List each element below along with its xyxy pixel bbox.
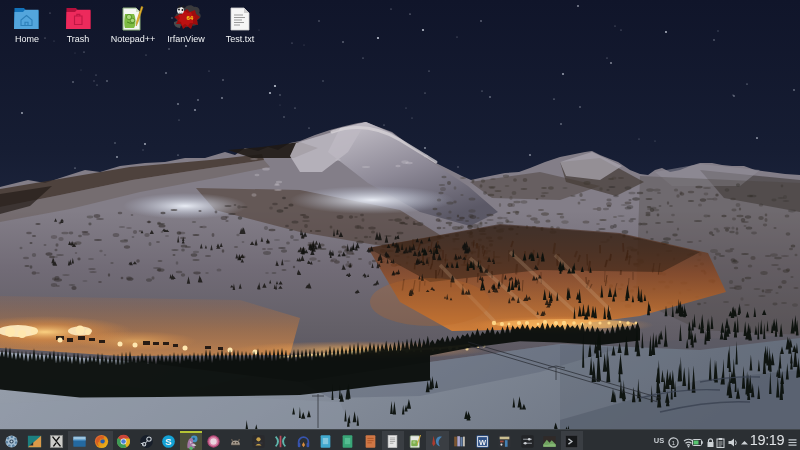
svg-text:Home: Home (15, 34, 39, 44)
svg-text:1: 1 (672, 440, 676, 446)
svg-text:W: W (479, 437, 487, 446)
svg-text:Notepad++: Notepad++ (111, 34, 156, 44)
svg-text:US: US (654, 436, 664, 445)
svg-text:IrfanView: IrfanView (167, 34, 205, 44)
svg-text:Trash: Trash (67, 34, 90, 44)
svg-text:S: S (166, 436, 173, 447)
svg-text:19:19: 19:19 (750, 432, 785, 448)
svg-text:Test.txt: Test.txt (226, 34, 255, 44)
